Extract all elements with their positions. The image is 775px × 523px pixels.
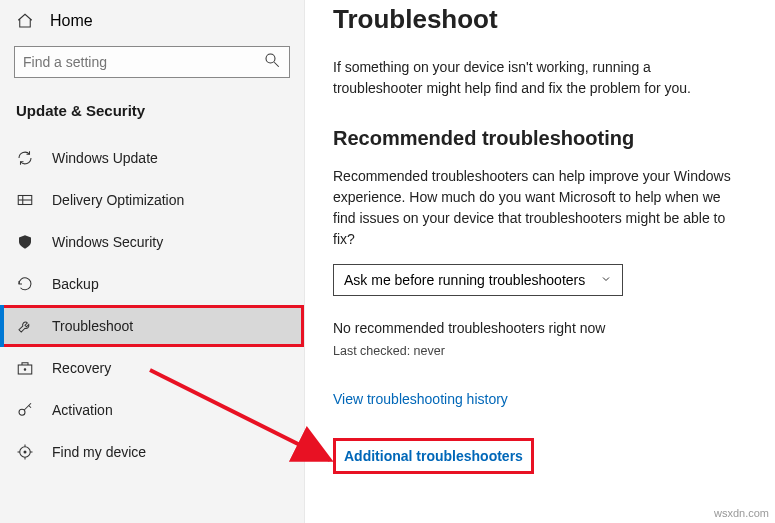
key-icon	[16, 401, 34, 419]
view-history-link[interactable]: View troubleshooting history	[333, 391, 508, 407]
home-icon	[16, 12, 34, 30]
svg-point-0	[266, 54, 275, 63]
dropdown-value: Ask me before running troubleshooters	[344, 272, 585, 288]
wrench-icon	[16, 317, 34, 335]
sidebar-item-label: Windows Security	[52, 234, 163, 250]
sync-icon	[16, 149, 34, 167]
search-icon	[263, 51, 281, 73]
sidebar-item-label: Recovery	[52, 360, 111, 376]
sidebar-item-label: Activation	[52, 402, 113, 418]
sidebar-item-backup[interactable]: Backup	[0, 263, 304, 305]
search-input-wrap[interactable]	[14, 46, 290, 78]
sidebar-item-label: Windows Update	[52, 150, 158, 166]
additional-troubleshooters-link[interactable]: Additional troubleshooters	[344, 448, 523, 464]
sidebar-item-windows-update[interactable]: Windows Update	[0, 137, 304, 179]
recommended-heading: Recommended troubleshooting	[333, 127, 747, 150]
sidebar-item-recovery[interactable]: Recovery	[0, 347, 304, 389]
category-header: Update & Security	[0, 86, 304, 137]
page-title: Troubleshoot	[333, 4, 747, 35]
svg-point-7	[19, 409, 25, 415]
search-input[interactable]	[23, 54, 263, 70]
search-container	[0, 42, 304, 86]
sidebar-item-delivery-optimization[interactable]: Delivery Optimization	[0, 179, 304, 221]
sidebar-item-activation[interactable]: Activation	[0, 389, 304, 431]
status-text: No recommended troubleshooters right now	[333, 320, 747, 336]
delivery-icon	[16, 191, 34, 209]
chevron-down-icon	[600, 272, 612, 288]
sidebar-item-windows-security[interactable]: Windows Security	[0, 221, 304, 263]
home-label: Home	[50, 12, 93, 30]
settings-sidebar: Home Update & Security Windows Update De…	[0, 0, 305, 523]
nav-list: Windows Update Delivery Optimization Win…	[0, 137, 304, 473]
svg-point-11	[24, 451, 27, 454]
sidebar-item-troubleshoot[interactable]: Troubleshoot	[0, 305, 304, 347]
sidebar-item-find-my-device[interactable]: Find my device	[0, 431, 304, 473]
sidebar-item-label: Troubleshoot	[52, 318, 133, 334]
watermark: wsxdn.com	[714, 507, 769, 519]
shield-icon	[16, 233, 34, 251]
sidebar-item-label: Delivery Optimization	[52, 192, 184, 208]
backup-icon	[16, 275, 34, 293]
sidebar-item-label: Find my device	[52, 444, 146, 460]
additional-troubleshooters-highlight: Additional troubleshooters	[333, 438, 534, 474]
location-icon	[16, 443, 34, 461]
home-nav[interactable]: Home	[0, 0, 304, 42]
svg-point-6	[24, 369, 26, 371]
intro-text: If something on your device isn't workin…	[333, 57, 743, 99]
svg-line-1	[274, 62, 279, 67]
last-checked-text: Last checked: never	[333, 344, 747, 358]
svg-line-9	[29, 406, 31, 408]
recovery-icon	[16, 359, 34, 377]
sidebar-item-label: Backup	[52, 276, 99, 292]
recommended-description: Recommended troubleshooters can help imp…	[333, 166, 743, 250]
main-content: Troubleshoot If something on your device…	[305, 0, 775, 523]
troubleshooter-pref-dropdown[interactable]: Ask me before running troubleshooters	[333, 264, 623, 296]
